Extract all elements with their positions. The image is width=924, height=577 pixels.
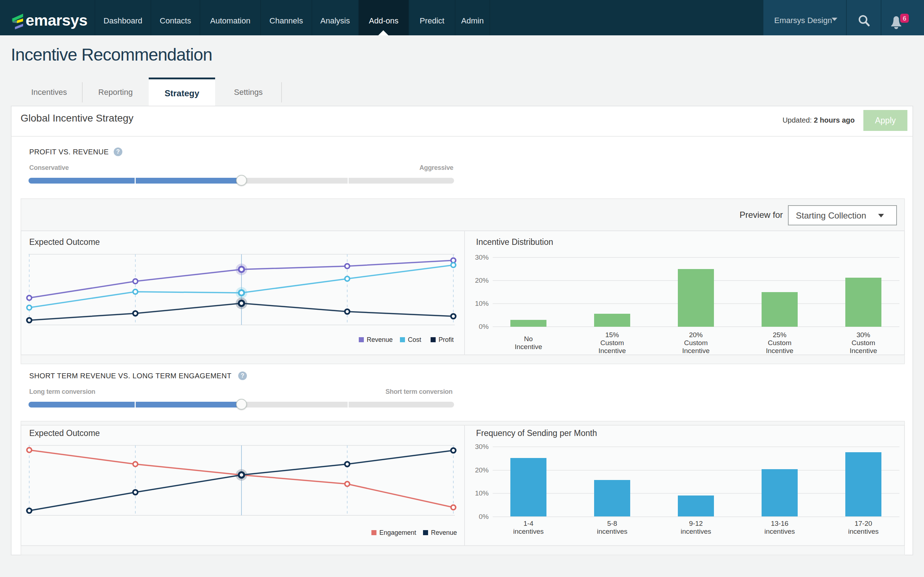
svg-text:6: 6 [903,15,906,22]
svg-text:emarsys: emarsys [26,11,87,29]
